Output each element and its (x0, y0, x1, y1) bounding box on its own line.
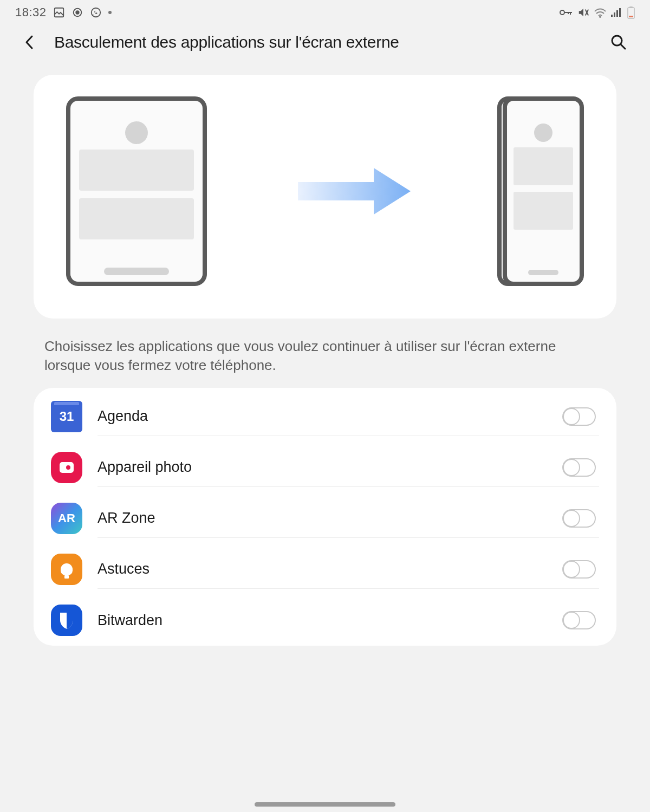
toggle-tips[interactable] (562, 560, 596, 579)
svg-rect-16 (629, 7, 633, 8)
toggle-bitwarden[interactable] (562, 611, 596, 629)
status-time: 18:32 (15, 5, 47, 20)
content-area: Choisissez les applications que vous vou… (0, 62, 650, 646)
app-row-agenda[interactable]: 31 Agenda (49, 391, 601, 442)
toggle-ar-zone[interactable] (562, 509, 596, 528)
mute-vibrate-icon (577, 7, 589, 18)
camera-icon (51, 452, 82, 483)
svg-rect-7 (568, 12, 569, 14)
app-list: 31 Agenda Appareil photo AR AR Zone (34, 388, 616, 646)
app-name-label: Agenda (98, 408, 148, 425)
back-button[interactable] (22, 34, 38, 50)
wifi-icon (594, 7, 607, 18)
ar-icon: AR (51, 503, 82, 534)
svg-rect-17 (629, 16, 633, 17)
shield-icon (51, 605, 82, 636)
image-icon (53, 7, 65, 18)
svg-rect-12 (614, 12, 615, 17)
status-right (559, 6, 635, 19)
battery-icon (627, 6, 635, 19)
svg-rect-14 (619, 8, 621, 17)
app-name-label: AR Zone (98, 510, 155, 527)
status-bar: 18:32 (0, 0, 650, 23)
page-title: Basculement des applications sur l'écran… (54, 33, 593, 51)
svg-rect-11 (611, 15, 613, 17)
description-text: Choisissez les applications que vous vou… (34, 319, 616, 388)
svg-point-4 (560, 10, 564, 15)
status-left: 18:32 (15, 5, 112, 20)
signal-icon (611, 7, 623, 18)
page-header: Basculement des applications sur l'écran… (0, 23, 650, 62)
app-name-label: Appareil photo (98, 459, 192, 476)
svg-point-2 (76, 11, 79, 14)
svg-marker-20 (298, 168, 411, 215)
vpn-key-icon (559, 8, 573, 17)
home-indicator[interactable] (255, 802, 395, 807)
whatsapp-icon (90, 7, 102, 18)
svg-rect-6 (570, 12, 571, 15)
illustration-unfolded-phone (66, 96, 207, 286)
calendar-icon: 31 (51, 401, 82, 432)
lightbulb-icon (51, 554, 82, 585)
illustration-folded-phone (503, 96, 584, 286)
app-row-ar-zone[interactable]: AR AR Zone (49, 493, 601, 544)
svg-point-10 (600, 16, 601, 17)
app-name-label: Bitwarden (98, 612, 162, 629)
app-row-tips[interactable]: Astuces (49, 544, 601, 595)
more-notifications-dot (108, 11, 112, 14)
search-button[interactable] (609, 33, 628, 52)
app-name-label: Astuces (98, 561, 150, 577)
toggle-agenda[interactable] (562, 407, 596, 426)
toggle-camera[interactable] (562, 458, 596, 477)
illustration-arrow-icon (207, 161, 503, 221)
illustration-card (34, 75, 616, 319)
svg-rect-13 (616, 10, 618, 17)
app-row-bitwarden[interactable]: Bitwarden (49, 595, 601, 646)
alarm-target-icon (72, 7, 83, 18)
svg-line-19 (621, 44, 625, 49)
app-row-camera[interactable]: Appareil photo (49, 442, 601, 493)
